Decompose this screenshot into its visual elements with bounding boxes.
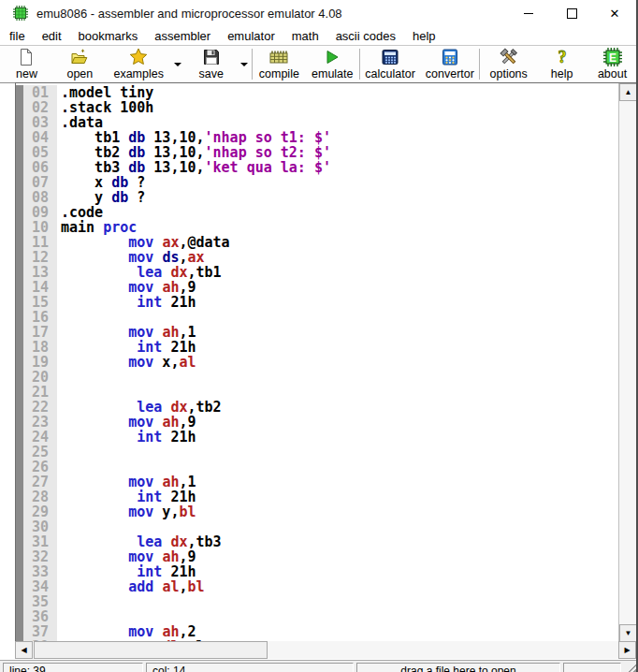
minimize-button[interactable] bbox=[507, 0, 550, 26]
code-line[interactable]: 02.stack 100h bbox=[16, 100, 618, 115]
toolbar-emulate-button[interactable]: emulate bbox=[306, 46, 359, 82]
toolbar-help-button[interactable]: ?help bbox=[537, 46, 587, 82]
horizontal-scroll-track[interactable] bbox=[268, 641, 618, 659]
code-text[interactable]: tb1 db 13,10,'nhap so t1: $' bbox=[57, 130, 618, 145]
code-line[interactable]: 10main proc bbox=[16, 220, 618, 235]
code-text[interactable]: mov ah,9 bbox=[57, 549, 618, 564]
code-line[interactable]: 19 mov x,al bbox=[16, 355, 618, 370]
code-line[interactable]: 17 mov ah,1 bbox=[16, 325, 618, 340]
code-text[interactable]: .model tiny bbox=[57, 85, 618, 100]
code-line[interactable]: 12 mov ds,ax bbox=[16, 250, 618, 265]
code-line[interactable]: 18 int 21h bbox=[16, 340, 618, 355]
menu-edit[interactable]: edit bbox=[34, 27, 70, 45]
code-text[interactable] bbox=[57, 609, 618, 624]
code-text[interactable]: main proc bbox=[57, 220, 618, 235]
code-text[interactable]: int 21h bbox=[57, 564, 618, 579]
code-text[interactable]: lea dx,tb1 bbox=[57, 265, 618, 280]
toolbar-open-button[interactable]: open bbox=[53, 46, 107, 82]
code-text[interactable]: .stack 100h bbox=[57, 100, 618, 115]
code-text[interactable]: mov ah,9 bbox=[57, 280, 618, 295]
code-line[interactable]: 32 mov ah,9 bbox=[16, 549, 618, 564]
code-text[interactable]: mov ds,ax bbox=[57, 250, 618, 265]
code-text[interactable]: lea dx,tb3 bbox=[57, 534, 618, 549]
code-text[interactable]: add al,bl bbox=[57, 579, 618, 594]
code-line[interactable]: 15 int 21h bbox=[16, 295, 618, 310]
scroll-up-button[interactable]: ▲ bbox=[619, 83, 637, 101]
code-text[interactable]: tb3 db 13,10,'ket qua la: $' bbox=[57, 160, 618, 175]
toolbar-convertor-button[interactable]: convertor bbox=[420, 46, 479, 82]
code-text[interactable]: int 21h bbox=[57, 489, 618, 504]
code-text[interactable]: int 21h bbox=[57, 340, 618, 355]
code-text[interactable] bbox=[57, 385, 618, 400]
code-text[interactable]: mov y,bl bbox=[57, 504, 618, 519]
code-line[interactable]: 26 bbox=[16, 460, 618, 475]
horizontal-scrollbar[interactable]: ◀ ▶ bbox=[15, 641, 636, 659]
code-text[interactable]: mov x,al bbox=[57, 355, 618, 370]
code-line[interactable]: 04 tb1 db 13,10,'nhap so t1: $' bbox=[16, 130, 618, 145]
menu-help[interactable]: help bbox=[404, 27, 444, 45]
code-line[interactable]: 11 mov ax,@data bbox=[16, 235, 618, 250]
scroll-left-button[interactable]: ◀ bbox=[15, 641, 33, 659]
code-text[interactable]: int 21h bbox=[57, 295, 618, 310]
code-line[interactable]: 16 bbox=[16, 310, 618, 325]
code-line[interactable]: 28 int 21h bbox=[16, 489, 618, 504]
code-text[interactable]: .data bbox=[57, 115, 618, 130]
code-text[interactable]: .code bbox=[57, 205, 618, 220]
code-line[interactable]: 21 bbox=[16, 385, 618, 400]
code-line[interactable]: 36 bbox=[16, 609, 618, 624]
code-text[interactable]: x db ? bbox=[57, 175, 618, 190]
code-text[interactable]: lea dx,tb2 bbox=[57, 400, 618, 415]
code-line[interactable]: 01.model tiny bbox=[16, 85, 618, 100]
menu-assembler[interactable]: assembler bbox=[146, 27, 219, 45]
code-text[interactable]: mov ax,@data bbox=[57, 235, 618, 250]
code-text[interactable] bbox=[57, 460, 618, 475]
code-line[interactable]: 09.code bbox=[16, 205, 618, 220]
code-text[interactable]: y db ? bbox=[57, 190, 618, 205]
menu-emulator[interactable]: emulator bbox=[219, 27, 283, 45]
code-text[interactable] bbox=[57, 370, 618, 385]
horizontal-scroll-thumb[interactable] bbox=[34, 641, 268, 659]
code-text[interactable] bbox=[57, 445, 618, 460]
menu-bookmarks[interactable]: bookmarks bbox=[70, 27, 147, 45]
toolbar-examples-button[interactable]: examples bbox=[107, 46, 171, 82]
code-line[interactable]: 20 bbox=[16, 370, 618, 385]
menu-ascii-codes[interactable]: ascii codes bbox=[327, 27, 404, 45]
code-text[interactable] bbox=[57, 519, 618, 534]
code-text[interactable] bbox=[57, 594, 618, 609]
maximize-button[interactable] bbox=[550, 0, 593, 26]
toolbar-save-button[interactable]: save bbox=[185, 46, 237, 82]
close-button[interactable]: ✕ bbox=[593, 0, 636, 26]
toolbar-examples-dropdown-button[interactable] bbox=[171, 46, 186, 82]
code-text[interactable]: mov ah,2 bbox=[57, 624, 618, 639]
code-line[interactable]: 22 lea dx,tb2 bbox=[16, 400, 618, 415]
code-text[interactable]: mov ah,1 bbox=[57, 475, 618, 489]
code-line[interactable]: 03.data bbox=[16, 115, 618, 130]
code-line[interactable]: 37 mov ah,2 bbox=[16, 624, 618, 639]
code-line[interactable]: 06 tb3 db 13,10,'ket qua la: $' bbox=[16, 160, 618, 175]
code-line[interactable]: 35 bbox=[16, 594, 618, 609]
code-line[interactable]: 08 y db ? bbox=[16, 190, 618, 205]
code-text[interactable]: int 21h bbox=[57, 430, 618, 445]
toolbar-options-button[interactable]: options bbox=[480, 46, 537, 82]
toolbar-about-button[interactable]: Eabout bbox=[587, 46, 638, 82]
code-line[interactable]: 14 mov ah,9 bbox=[16, 280, 618, 295]
toolbar-compile-button[interactable]: compile bbox=[253, 46, 306, 82]
code-line[interactable]: 13 lea dx,tb1 bbox=[16, 265, 618, 280]
toolbar-calculator-button[interactable]: calculator bbox=[360, 46, 421, 82]
code-line[interactable]: 33 int 21h bbox=[16, 564, 618, 579]
code-text[interactable]: mov ah,9 bbox=[57, 415, 618, 430]
toolbar-save-dropdown-button[interactable] bbox=[237, 46, 252, 82]
menu-file[interactable]: file bbox=[1, 27, 34, 45]
toolbar-new-button[interactable]: new bbox=[0, 46, 53, 82]
code-line[interactable]: 05 tb2 db 13,10,'nhap so t2: $' bbox=[16, 145, 618, 160]
code-text[interactable]: tb2 db 13,10,'nhap so t2: $' bbox=[57, 145, 618, 160]
code-line[interactable]: 07 x db ? bbox=[16, 175, 618, 190]
code-line[interactable]: 23 mov ah,9 bbox=[16, 415, 618, 430]
code-line[interactable]: 27 mov ah,1 bbox=[16, 475, 618, 489]
resize-grip[interactable] bbox=[624, 663, 636, 672]
code-editor[interactable]: 01.model tiny02.stack 100h03.data04 tb1 … bbox=[15, 82, 637, 642]
scroll-right-button[interactable]: ▶ bbox=[618, 641, 636, 659]
code-line[interactable]: 34 add al,bl bbox=[16, 579, 618, 594]
code-line[interactable]: 30 bbox=[16, 519, 618, 534]
code-line[interactable]: 25 bbox=[16, 445, 618, 460]
